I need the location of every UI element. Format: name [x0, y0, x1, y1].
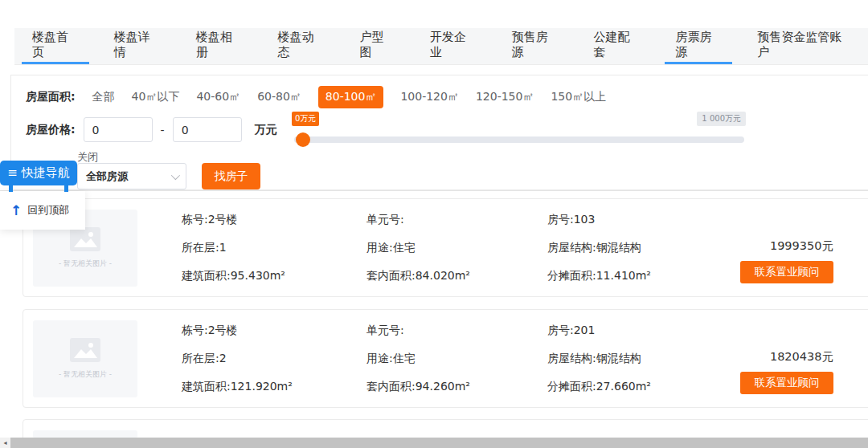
up-arrow-icon: ↑ [10, 202, 22, 218]
listing-shared-area: 分摊面积:27.660m² [547, 373, 651, 401]
scrollbar-thumb[interactable] [10, 438, 868, 448]
area-option-over-150[interactable]: 150㎡以上 [551, 90, 606, 104]
listing-shared-area: 分摊面积:11.410m² [547, 262, 651, 290]
listing-detail-column: 房号:201 房屋结构:钢混结构 分摊面积:27.660m² [547, 316, 651, 401]
contact-advisor-button[interactable]: 联系置业顾问 [740, 372, 833, 394]
listing-room: 房号:103 [547, 206, 651, 234]
listing-structure: 房屋结构:钢混结构 [547, 344, 651, 373]
filter-panel: 房屋面积: 全部 40㎡以下 40-60㎡ 60-80㎡ 80-100㎡ 100… [10, 75, 868, 190]
price-slider-handle[interactable] [296, 132, 310, 147]
tab-developer[interactable]: 开发企业 [420, 28, 487, 64]
back-to-top-button[interactable]: ↑ 回到顶部 [0, 191, 85, 230]
chevron-down-icon [171, 170, 180, 179]
tab-presale-fund-account[interactable]: 预售资金监管账户 [747, 28, 861, 64]
contact-advisor-button[interactable]: 联系置业顾问 [740, 261, 833, 283]
tab-floor-plan[interactable]: 户型图 [349, 28, 404, 64]
tab-building-home[interactable]: 楼盘首页 [22, 28, 89, 64]
price-slider-max-badge: 1 000万元 [697, 112, 746, 126]
tab-presale-listings[interactable]: 预售房源 [502, 28, 569, 64]
listing-gross-area: 建筑面积:95.430m² [182, 262, 285, 290]
listing-unit: 单元号: [366, 316, 470, 344]
listing-card: - 暂无相关图片 - 栋号:2号楼 所在层:1 建筑面积:95.430m² 单元… [23, 198, 868, 297]
area-option-120-150[interactable]: 120-150㎡ [476, 90, 534, 104]
price-filter-row: 房屋价格: - 万元 [26, 117, 277, 142]
quick-nav-label: 快捷导航 [22, 165, 70, 181]
find-house-button[interactable]: 找房子 [202, 163, 260, 189]
back-to-top-label: 回到顶部 [27, 203, 69, 218]
area-option-100-120[interactable]: 100-120㎡ [400, 90, 459, 104]
project-tab-bar: 楼盘首页 楼盘详情 楼盘相册 楼盘动态 户型图 开发企业 预售房源 公建配套 房… [14, 28, 868, 65]
menu-icon: ≡ [7, 167, 18, 179]
listing-price: 1820438元 [698, 349, 833, 365]
listing-room: 房号:201 [547, 316, 651, 344]
tab-building-detail[interactable]: 楼盘详情 [104, 28, 171, 64]
area-option-40-60[interactable]: 40-60㎡ [196, 90, 240, 104]
tab-housing-ticket-listings[interactable]: 房票房源 [665, 28, 732, 64]
listing-usage: 用途:住宅 [366, 344, 470, 373]
area-option-all[interactable]: 全部 [92, 90, 115, 104]
listing-detail-column: 单元号: 用途:住宅 套内面积:94.260m² [366, 316, 470, 401]
listing-floor: 所在层:2 [182, 344, 293, 373]
listing-inner-area: 套内面积:84.020m² [366, 262, 470, 290]
price-range-separator: - [161, 124, 165, 136]
area-option-60-80[interactable]: 60-80㎡ [257, 90, 301, 104]
listing-detail-column: 栋号:2号楼 所在层:2 建筑面积:121.920m² [182, 316, 293, 401]
no-image-text: - 暂无相关图片 - [59, 369, 112, 380]
listing-price: 1999350元 [698, 238, 833, 254]
listing-type-select[interactable]: 全部房源 [77, 163, 186, 189]
area-option-under-40[interactable]: 40㎡以下 [132, 90, 180, 104]
no-image-text: - 暂无相关图片 - [59, 259, 112, 269]
price-unit-label: 万元 [255, 123, 277, 137]
listing-detail-column: 单元号: 用途:住宅 套内面积:84.020m² [366, 206, 470, 290]
listing-floor: 所在层:1 [182, 234, 285, 262]
price-slider-track[interactable]: 0万元 1 000万元 [294, 136, 744, 143]
tab-building-news[interactable]: 楼盘动态 [268, 28, 335, 64]
listing-gross-area: 建筑面积:121.920m² [182, 373, 293, 401]
listing-detail-column: 栋号:2号楼 所在层:1 建筑面积:95.430m² [182, 206, 285, 290]
scroll-left-button[interactable]: ◂ [0, 438, 10, 448]
listing-type-value: 全部房源 [86, 169, 128, 184]
listing-thumbnail-placeholder: - 暂无相关图片 - [33, 320, 137, 397]
price-slider-current-badge: 0万元 [292, 112, 319, 126]
tab-building-album[interactable]: 楼盘相册 [186, 28, 253, 64]
price-min-input[interactable] [84, 117, 153, 142]
listing-inner-area: 套内面积:94.260m² [366, 373, 470, 401]
area-filter-row: 房屋面积: 全部 40㎡以下 40-60㎡ 60-80㎡ 80-100㎡ 100… [26, 86, 606, 108]
listing-detail-column: 房号:103 房屋结构:钢混结构 分摊面积:11.410m² [547, 206, 651, 290]
listing-unit: 单元号: [366, 206, 470, 234]
no-image-icon [70, 227, 100, 251]
listing-building: 栋号:2号楼 [182, 316, 293, 344]
horizontal-scrollbar[interactable]: ◂ [0, 438, 868, 448]
listing-usage: 用途:住宅 [366, 234, 470, 262]
price-filter-label: 房屋价格: [26, 123, 76, 137]
tab-public-facilities[interactable]: 公建配套 [583, 28, 651, 64]
listing-card: - 暂无相关图片 - 栋号:2号楼 所在层:2 建筑面积:121.920m² 单… [23, 309, 868, 408]
listing-structure: 房屋结构:钢混结构 [547, 234, 651, 262]
no-image-icon [70, 338, 100, 362]
price-max-input[interactable] [173, 117, 242, 142]
content-divider [0, 190, 868, 191]
area-option-80-100-selected[interactable]: 80-100㎡ [318, 86, 384, 108]
area-filter-label: 房屋面积: [26, 90, 76, 104]
listing-building: 栋号:2号楼 [182, 206, 285, 234]
quick-nav-button[interactable]: ≡ 快捷导航 [0, 161, 77, 185]
